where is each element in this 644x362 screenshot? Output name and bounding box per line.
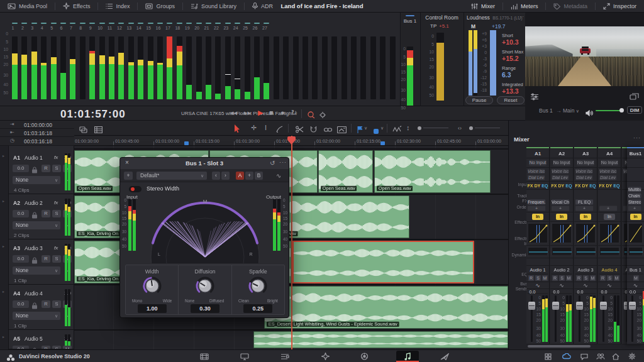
- volume-slider-handle[interactable]: [619, 108, 624, 112]
- flag-dropdown-icon[interactable]: ∨: [364, 126, 367, 131]
- track-header[interactable]: A4Audio 42.00.0RSMNone∨∿1 Clip: [9, 285, 74, 330]
- speaker-icon[interactable]: [586, 107, 593, 119]
- track-fx-chip[interactable]: Voice Iso: [528, 169, 545, 174]
- order-eq[interactable]: EQ: [613, 184, 619, 188]
- audio-clip[interactable]: Open Seas.wav: [318, 150, 373, 193]
- lock-icon[interactable]: [31, 255, 39, 263]
- knob-diffusion[interactable]: DiffusionNoneDiffused0.30: [179, 265, 231, 314]
- track-automation-dropdown[interactable]: None∨: [13, 312, 60, 320]
- knob-value-field[interactable]: 0.25: [243, 304, 272, 313]
- add-effect-button[interactable]: +: [528, 206, 545, 211]
- lock-icon[interactable]: [31, 300, 39, 308]
- track-index-icon[interactable]: [94, 124, 103, 136]
- cut-tool-icon[interactable]: [296, 124, 304, 136]
- mixer-h-scrollbar[interactable]: [528, 345, 591, 348]
- preset-dropdown[interactable]: Default*∨: [136, 172, 207, 180]
- strip-s-button[interactable]: S: [535, 275, 541, 281]
- track-r-button[interactable]: R: [42, 165, 50, 172]
- strip-r-button[interactable]: R: [552, 275, 558, 281]
- track-fx-chip[interactable]: Dial Lev: [552, 175, 569, 180]
- add-effect-button[interactable]: +: [575, 206, 593, 211]
- meters-toggle-button[interactable]: Meters: [503, 0, 546, 12]
- media-pool-button[interactable]: Media Pool: [0, 0, 55, 12]
- ab-copy-button[interactable]: +: [245, 172, 253, 180]
- dual-screen-icon[interactable]: [630, 92, 639, 103]
- strip-r-button[interactable]: R: [528, 275, 534, 281]
- loop-button[interactable]: ↻: [291, 109, 297, 117]
- track-r-button[interactable]: R: [42, 210, 50, 217]
- playhead-line[interactable]: [291, 136, 292, 349]
- order-eq[interactable]: EQ: [565, 184, 572, 188]
- groups-button[interactable]: Groups: [138, 0, 182, 12]
- order-fx[interactable]: FX: [528, 184, 533, 188]
- knob-value-field[interactable]: 0.30: [191, 304, 219, 313]
- eq-graph[interactable]: [575, 247, 596, 256]
- stop-button[interactable]: ■: [269, 109, 274, 116]
- track-fx-badge[interactable]: fx: [54, 245, 58, 251]
- selection-tool-icon[interactable]: [234, 124, 241, 135]
- strip-pan-control[interactable]: ∿: [526, 282, 549, 289]
- range-select-tool-icon[interactable]: ✛: [251, 124, 257, 132]
- effects-in-badge[interactable]: In: [580, 214, 591, 220]
- home-icon[interactable]: [608, 351, 624, 361]
- monitor-bus-label[interactable]: Bus 1: [539, 107, 553, 114]
- track-fx-badge[interactable]: fx: [54, 155, 58, 160]
- page-fairlight-button[interactable]: [399, 351, 416, 361]
- lock-icon[interactable]: [31, 210, 39, 217]
- eq-graph[interactable]: [628, 247, 643, 256]
- index-button[interactable]: Index: [98, 0, 137, 12]
- effects-button[interactable]: Effects: [55, 0, 97, 12]
- track-fx-chip[interactable]: Dial Lev: [575, 175, 592, 180]
- order-dy[interactable]: DY: [535, 184, 541, 188]
- adr-button[interactable]: ADR: [245, 0, 280, 12]
- loudness-pause-button[interactable]: Pause: [465, 96, 493, 104]
- eq-graph[interactable]: [552, 247, 572, 256]
- track-header[interactable]: A5Audio 52.00.0RSM∨∿: [9, 331, 74, 349]
- strip-s-button[interactable]: S: [607, 275, 613, 281]
- order-eq[interactable]: EQ: [589, 184, 596, 188]
- fader-handle[interactable]: [576, 302, 583, 310]
- strip-r-button[interactable]: R: [576, 275, 582, 281]
- fader-handle[interactable]: [552, 302, 559, 310]
- monitor-adjust-icon[interactable]: [530, 92, 539, 103]
- track-automation-dropdown[interactable]: None∨: [13, 176, 60, 184]
- plugin-window[interactable]: Bus 1 - Slot 3 × ↺ ··· + Default*∨ ‹ › A…: [119, 157, 289, 318]
- automation-lasso-icon[interactable]: [307, 110, 316, 121]
- add-effect-button[interactable]: +: [552, 206, 569, 211]
- page-deliver-button[interactable]: [436, 351, 453, 361]
- rewind-button[interactable]: ◂◂: [230, 109, 237, 117]
- audio-clip[interactable]: ES_Desert, Light Whistling, Wind Gusts -…: [264, 286, 508, 329]
- effect-chip[interactable]: Frequen...: [528, 200, 545, 205]
- order-eq[interactable]: EQ: [541, 184, 548, 188]
- dynamics-graph[interactable]: [628, 223, 643, 243]
- dynamics-graph[interactable]: [599, 223, 619, 243]
- marker-icon[interactable]: ∨: [374, 125, 379, 136]
- pen-tool-icon[interactable]: [275, 124, 283, 136]
- metadata-toggle-button[interactable]: Metadata: [546, 0, 595, 12]
- automation-settings-icon[interactable]: [319, 110, 327, 121]
- preset-add-button[interactable]: +: [124, 172, 133, 180]
- effects-in-badge[interactable]: In: [556, 214, 567, 220]
- knob-value-field[interactable]: 1.00: [138, 304, 167, 313]
- effect-chip[interactable]: Multiba...: [628, 187, 641, 192]
- page-edit-button[interactable]: [277, 351, 293, 361]
- track-fx-chip[interactable]: Voice Iso: [575, 169, 592, 174]
- track-fx-chip[interactable]: Voice Iso: [599, 169, 616, 174]
- track-gain-field[interactable]: 0.0: [13, 255, 29, 263]
- fader-handle[interactable]: [629, 302, 636, 310]
- dynamics-graph[interactable]: [575, 223, 596, 243]
- eq-graph[interactable]: [599, 247, 619, 256]
- preset-prev-button[interactable]: ‹: [212, 172, 220, 180]
- track-height-icon[interactable]: ↕: [406, 124, 410, 131]
- track-s-button[interactable]: S: [52, 300, 61, 308]
- plugin-menu-icon[interactable]: ···: [279, 159, 287, 165]
- inspector-toggle-button[interactable]: Inspector: [596, 0, 644, 12]
- strip-pan-control[interactable]: ∿: [550, 282, 573, 289]
- track-r-button[interactable]: R: [42, 255, 50, 263]
- collaboration-icon[interactable]: [592, 351, 609, 361]
- order-dy[interactable]: DY: [582, 184, 589, 188]
- dim-button[interactable]: DIM: [627, 106, 642, 114]
- effects-in-badge[interactable]: In: [630, 214, 641, 220]
- loudness-menu-icon[interactable]: ···: [518, 14, 525, 19]
- sound-library-button[interactable]: Sound Library: [183, 0, 244, 12]
